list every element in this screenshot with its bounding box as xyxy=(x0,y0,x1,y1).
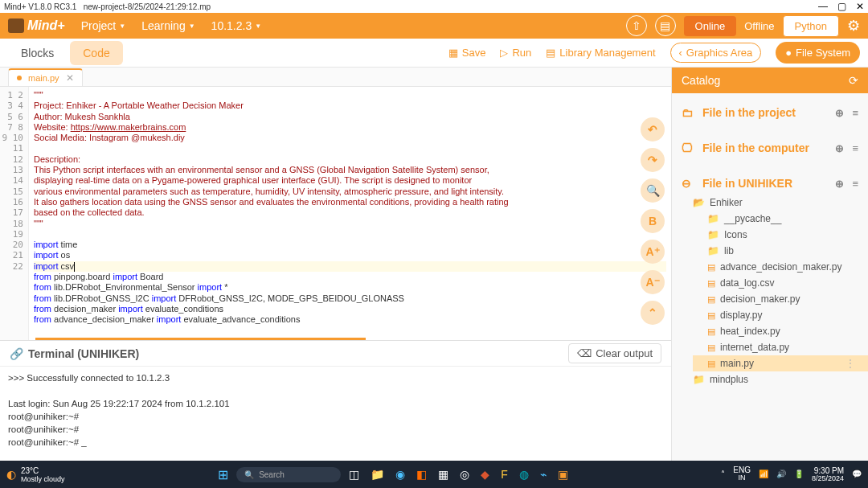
app-icon[interactable]: ◎ xyxy=(460,468,469,481)
folder-icons[interactable]: 📁Icons xyxy=(693,227,868,243)
start-button[interactable]: ⊞ xyxy=(218,467,228,482)
run-button[interactable]: ▷Run xyxy=(500,47,531,59)
device-icon: ⊖ xyxy=(682,177,696,190)
app-icon[interactable]: ◫ xyxy=(349,468,359,481)
close-icon[interactable]: ✕ xyxy=(856,1,864,12)
section-file-computer[interactable]: 🖵 File in the computer ⊕≡ xyxy=(672,137,868,159)
wifi-icon[interactable]: 📶 xyxy=(759,470,768,478)
weather-icon: ◐ xyxy=(6,468,16,481)
edge-icon[interactable]: ◉ xyxy=(395,468,405,481)
terminal-output[interactable]: >>> Successfully connected to 10.1.2.3 L… xyxy=(0,367,671,461)
folder-enhiker[interactable]: 📂Enhiker xyxy=(693,195,868,211)
folder-icon: 📁 xyxy=(707,213,719,224)
file-item[interactable]: ▤internet_data.py xyxy=(693,339,868,355)
menu-project[interactable]: Project▼ xyxy=(81,19,126,32)
explorer-icon[interactable]: 📁 xyxy=(371,468,384,481)
close-tab-icon[interactable]: ✕ xyxy=(66,72,74,84)
folder-icon: ● xyxy=(785,47,792,59)
app-icon[interactable]: ◆ xyxy=(481,468,489,481)
collapse-button[interactable]: ⌃ xyxy=(641,301,665,325)
file-item[interactable]: ▤advance_decision_maker.py xyxy=(693,259,868,275)
file-item-selected[interactable]: ▤main.py⋮ xyxy=(693,355,868,371)
online-button[interactable]: Online xyxy=(684,16,737,36)
editor-tabs: main.py ✕ xyxy=(0,68,671,87)
folder-icon: 📁 xyxy=(707,229,719,240)
new-file-icon[interactable]: ⊕ xyxy=(835,142,844,154)
section-file-project[interactable]: 🗀 File in the project ⊕≡ xyxy=(672,101,868,124)
minimize-icon[interactable]: — xyxy=(818,1,828,12)
app-icon[interactable]: ▦ xyxy=(438,468,448,481)
font-increase-button[interactable]: A⁺ xyxy=(641,240,665,264)
folder-mindplus[interactable]: 📁mindplus xyxy=(693,371,868,388)
file-item[interactable]: ▤data_log.csv xyxy=(693,275,868,291)
redo-button[interactable]: ↷ xyxy=(641,148,665,172)
mindplus-app-icon[interactable]: ▣ xyxy=(558,468,568,481)
system-tray: ˄ ENGIN 📶 🔊 🔋 9:30 PM8/25/2024 💬 xyxy=(721,466,862,483)
file-tab[interactable]: main.py ✕ xyxy=(8,68,83,86)
underline-decoration xyxy=(35,338,366,340)
folder-lib[interactable]: 📁lib xyxy=(693,243,868,259)
logo: Mind+ xyxy=(8,18,65,33)
file-item[interactable]: ▤decision_maker.py xyxy=(693,291,868,307)
app-icon[interactable]: ◧ xyxy=(416,468,427,481)
file-item[interactable]: ▤heat_index.py xyxy=(693,323,868,339)
menu-ip[interactable]: 10.1.2.3▼ xyxy=(211,19,262,32)
taskbar-search[interactable]: 🔍Search xyxy=(236,467,341,482)
clock[interactable]: 9:30 PM8/25/2024 xyxy=(812,466,844,483)
save-button[interactable]: ▦Save xyxy=(448,47,486,59)
code-mode-button[interactable]: Code xyxy=(70,41,122,65)
logo-icon xyxy=(8,18,24,33)
app-icon[interactable]: F xyxy=(501,468,508,481)
file-system-button[interactable]: ●File System xyxy=(776,42,860,64)
file-icon: ▤ xyxy=(707,326,715,337)
undo-button[interactable]: ↶ xyxy=(641,117,665,141)
file-item[interactable]: ▤display.py xyxy=(693,307,868,323)
weather-widget[interactable]: ◐ 23°CMostly cloudy xyxy=(6,466,65,483)
section-file-unihiker[interactable]: ⊖ File in UNIHIKER ⊕≡ xyxy=(672,172,868,195)
line-gutter: 1 2 3 4 5 6 7 8 9 10 11 12 13 14 15 16 1… xyxy=(0,87,29,340)
menu-icon[interactable]: ≡ xyxy=(852,142,858,154)
maximize-icon[interactable]: ▢ xyxy=(837,1,846,12)
folder-icon: 📂 xyxy=(693,197,705,208)
graphics-button[interactable]: ‹Graphics Area xyxy=(670,43,762,63)
app-icon[interactable]: ◍ xyxy=(519,468,529,481)
menu-icon[interactable]: ≡ xyxy=(852,107,858,119)
folder-icon: 🗀 xyxy=(682,106,696,119)
catalog-header: Catalog ⟳ xyxy=(672,68,868,93)
blocks-mode-button[interactable]: Blocks xyxy=(8,41,67,65)
offline-label[interactable]: Offline xyxy=(744,20,774,32)
battery-icon[interactable]: 🔋 xyxy=(794,470,804,478)
new-file-icon[interactable]: ⊕ xyxy=(835,178,844,190)
font-decrease-button[interactable]: A⁻ xyxy=(641,270,665,294)
bold-button[interactable]: B xyxy=(641,209,665,233)
gear-icon[interactable]: ⚙ xyxy=(847,17,860,35)
file-icon: ▤ xyxy=(707,294,715,305)
new-file-icon[interactable]: ⊕ xyxy=(835,107,844,119)
code-editor[interactable]: 1 2 3 4 5 6 7 8 9 10 11 12 13 14 15 16 1… xyxy=(0,87,671,340)
library-button[interactable]: ▤Library Management xyxy=(546,47,655,59)
app-icon[interactable]: ⌁ xyxy=(540,468,547,481)
chevron-down-icon: ▼ xyxy=(119,23,125,30)
upload-icon[interactable]: ⇧ xyxy=(626,15,647,36)
chevron-up-icon[interactable]: ˄ xyxy=(721,470,725,478)
volume-icon[interactable]: 🔊 xyxy=(776,470,786,478)
notifications-icon[interactable]: 💬 xyxy=(852,470,862,478)
clear-output-button[interactable]: ⌫Clear output xyxy=(568,343,661,363)
more-icon[interactable]: ⋮ xyxy=(845,358,860,369)
folder-icon: 📁 xyxy=(693,374,705,385)
terminal-title: 🔗Terminal (UNIHIKER) xyxy=(10,347,139,360)
file-tree: 📂Enhiker 📁__pycache__ 📁Icons 📁lib ▤advan… xyxy=(672,195,868,388)
tab-filename: main.py xyxy=(28,73,59,83)
play-icon: ▷ xyxy=(500,47,508,59)
notebook-icon[interactable]: ▤ xyxy=(655,15,676,36)
code-content[interactable]: """ Project: Enhiker - A Portable Weathe… xyxy=(29,87,671,340)
menu-icon[interactable]: ≡ xyxy=(852,178,858,190)
app-name: Mind+ V1.8.0 RC3.1 xyxy=(4,2,76,11)
search-button[interactable]: 🔍 xyxy=(641,178,665,203)
python-mode-button[interactable]: Python xyxy=(783,15,839,37)
folder-pycache[interactable]: 📁__pycache__ xyxy=(693,211,868,227)
menu-learning[interactable]: Learning▼ xyxy=(141,19,194,32)
computer-icon: 🖵 xyxy=(682,141,696,154)
refresh-icon[interactable]: ⟳ xyxy=(849,74,858,87)
folder-icon: 📁 xyxy=(707,245,719,256)
